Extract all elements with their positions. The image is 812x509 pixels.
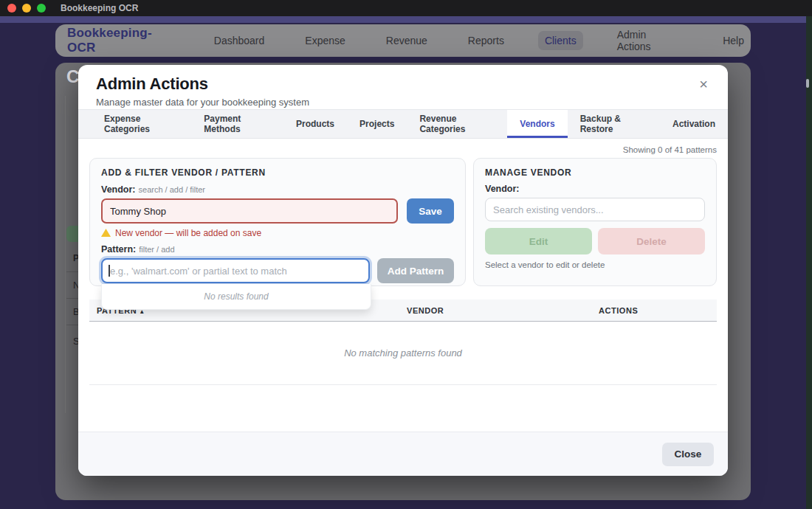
column-header-vendor[interactable]: VENDOR xyxy=(407,306,599,315)
modal-subtitle: Manage master data for your bookkeeping … xyxy=(96,97,710,108)
window-zoom-button[interactable] xyxy=(37,4,46,13)
pattern-hint: filter / add xyxy=(139,245,174,254)
tab-payment-methods[interactable]: Payment Methods xyxy=(191,110,283,138)
new-vendor-warning: New vendor — will be added on save xyxy=(101,227,454,238)
window-minimize-button[interactable] xyxy=(22,4,31,13)
tab-activation[interactable]: Activation xyxy=(660,110,728,138)
nav-item-expense[interactable]: Expense xyxy=(298,31,351,50)
add-pattern-button[interactable]: Add Pattern xyxy=(377,258,454,283)
pattern-label: Pattern: xyxy=(101,244,136,254)
close-icon[interactable]: × xyxy=(695,77,712,91)
delete-button[interactable]: Delete xyxy=(598,228,705,254)
vendor-field-label: Vendor:search / add / filter xyxy=(101,184,454,195)
tab-revenue-categories[interactable]: Revenue Categories xyxy=(407,110,507,138)
vendor-input[interactable] xyxy=(101,198,398,224)
vendor-label: Vendor: xyxy=(101,184,136,195)
nav-item-help[interactable]: Help xyxy=(716,31,751,50)
panel-heading: MANAGE VENDOR xyxy=(485,167,705,178)
modal-header: Admin Actions Manage master data for you… xyxy=(78,65,728,109)
nav-item-revenue[interactable]: Revenue xyxy=(379,31,434,50)
patterns-table-empty-state: No matching patterns found xyxy=(89,322,717,385)
close-button[interactable]: Close xyxy=(662,443,714,466)
modal-tabbar: Expense Categories Payment Methods Produ… xyxy=(78,109,728,139)
save-button[interactable]: Save xyxy=(407,198,454,224)
scrollbar-thumb[interactable] xyxy=(806,79,809,88)
tab-expense-categories[interactable]: Expense Categories xyxy=(92,110,191,138)
nav-item-reports[interactable]: Reports xyxy=(461,31,511,50)
app-navbar: Bookkeeping-OCR Dashboard Expense Revenu… xyxy=(55,24,751,57)
modal-title: Admin Actions xyxy=(96,75,710,94)
window-title: Bookkeeping OCR xyxy=(61,3,138,13)
pattern-autocomplete-dropdown: No results found xyxy=(101,284,371,310)
macos-titlebar: Bookkeeping OCR xyxy=(0,0,812,16)
vendor-label: Vendor: xyxy=(485,184,520,194)
empty-state-text: No matching patterns found xyxy=(344,347,462,359)
tab-vendors[interactable]: Vendors xyxy=(507,110,567,138)
panel-heading: ADD & FILTER VENDOR / PATTERN xyxy=(101,167,454,178)
nav-item-admin-actions[interactable]: Admin Actions xyxy=(610,25,689,56)
text-caret xyxy=(109,265,110,277)
admin-actions-modal: Admin Actions Manage master data for you… xyxy=(78,65,728,476)
tab-projects[interactable]: Projects xyxy=(347,110,407,138)
manage-note: Select a vendor to edit or delete xyxy=(485,260,705,269)
app-top-strip xyxy=(0,16,812,23)
manage-vendor-panel: MANAGE VENDOR Vendor: Edit Delete Select… xyxy=(473,158,717,286)
add-filter-vendor-panel: ADD & FILTER VENDOR / PATTERN Vendor:sea… xyxy=(89,158,466,286)
patterns-table: PATTERN▲ VENDOR ACTIONS No matching patt… xyxy=(89,299,717,385)
nav-item-clients[interactable]: Clients xyxy=(538,31,583,50)
modal-footer: Close xyxy=(78,432,728,476)
vendor-search-input[interactable] xyxy=(485,198,705,221)
pattern-field-label: Pattern:filter / add xyxy=(101,244,454,254)
window-close-button[interactable] xyxy=(7,4,16,13)
tab-backup-restore[interactable]: Backup & Restore xyxy=(568,110,660,138)
showing-count-text: Showing 0 of 41 patterns xyxy=(78,139,728,154)
manage-vendor-label: Vendor: xyxy=(485,184,705,194)
warning-icon xyxy=(101,229,111,237)
dropdown-empty-text: No results found xyxy=(204,291,268,302)
tab-products[interactable]: Products xyxy=(283,110,347,138)
brand-logo[interactable]: Bookkeeping-OCR xyxy=(67,26,180,55)
pattern-input[interactable] xyxy=(101,258,370,283)
desktop-edge xyxy=(806,16,812,509)
column-header-actions: ACTIONS xyxy=(599,306,717,315)
warning-text: New vendor — will be added on save xyxy=(115,228,261,238)
edit-button[interactable]: Edit xyxy=(485,228,592,254)
vendor-hint: search / add / filter xyxy=(139,185,206,194)
nav-item-dashboard[interactable]: Dashboard xyxy=(207,31,272,50)
